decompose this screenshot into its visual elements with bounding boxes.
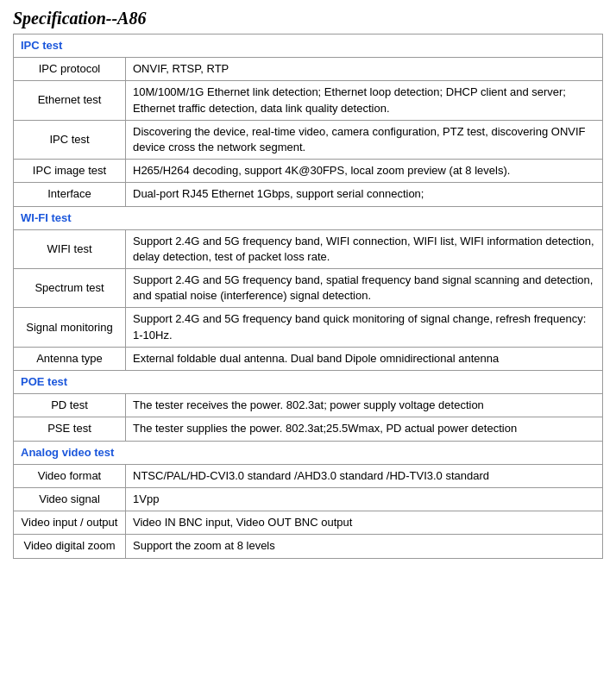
table-row: WIFI testSupport 2.4G and 5G frequency b…: [14, 229, 603, 268]
row-label: IPC protocol: [14, 58, 126, 81]
row-value: Support 2.4G and 5G frequency band, spat…: [126, 269, 603, 308]
table-row: Video input / outputVideo IN BNC input, …: [14, 511, 603, 535]
row-label: Video input / output: [14, 511, 126, 535]
section-title-3: Analog video test: [14, 441, 603, 464]
section-header-2: POE test: [14, 371, 603, 394]
table-row: IPC image testH265/H264 decoding, suppor…: [14, 160, 603, 183]
table-row: Ethernet test10M/100M/1G Ethernet link d…: [14, 81, 603, 120]
row-label: Ethernet test: [14, 81, 126, 120]
row-value: 10M/100M/1G Ethernet link detection; Eth…: [126, 81, 603, 120]
table-row: Video signal1Vpp: [14, 487, 603, 511]
row-label: Video format: [14, 464, 126, 487]
row-value: H265/H264 decoding, support 4K@30FPS, lo…: [126, 160, 603, 183]
row-value: 1Vpp: [126, 487, 603, 511]
table-row: Antenna typeExternal foldable dual anten…: [14, 347, 603, 370]
row-value: Dual-port RJ45 Ethernet 1Gbps, support s…: [126, 183, 603, 206]
section-title-2: POE test: [14, 371, 603, 394]
row-label: IPC image test: [14, 160, 126, 183]
row-value: NTSC/PAL/HD-CVI3.0 standard /AHD3.0 stan…: [126, 464, 603, 487]
table-row: PSE testThe tester supplies the power. 8…: [14, 417, 603, 441]
table-row: IPC protocolONVIF, RTSP, RTP: [14, 58, 603, 81]
row-label: WIFI test: [14, 229, 126, 268]
table-row: Signal monitoringSupport 2.4G and 5G fre…: [14, 308, 603, 347]
row-label: Video signal: [14, 487, 126, 511]
row-label: Video digital zoom: [14, 535, 126, 558]
row-label: Antenna type: [14, 347, 126, 370]
row-value: Video IN BNC input, Video OUT BNC output: [126, 511, 603, 535]
table-row: Video digital zoomSupport the zoom at 8 …: [14, 535, 603, 558]
section-header-1: WI-FI test: [14, 206, 603, 229]
row-label: Spectrum test: [14, 269, 126, 308]
section-header-3: Analog video test: [14, 441, 603, 464]
row-label: PD test: [14, 394, 126, 417]
table-row: InterfaceDual-port RJ45 Ethernet 1Gbps, …: [14, 183, 603, 206]
section-header-0: IPC test: [14, 34, 603, 58]
row-label: Signal monitoring: [14, 308, 126, 347]
row-value: Support 2.4G and 5G frequency band quick…: [126, 308, 603, 347]
row-value: The tester receives the power. 802.3at; …: [126, 394, 603, 417]
row-value: ONVIF, RTSP, RTP: [126, 58, 603, 81]
row-value: Discovering the device, real-time video,…: [126, 120, 603, 159]
section-title-0: IPC test: [14, 34, 603, 58]
page-title: Specification--A86: [13, 9, 603, 28]
table-row: Video formatNTSC/PAL/HD-CVI3.0 standard …: [14, 464, 603, 487]
row-value: External foldable dual antenna. Dual ban…: [126, 347, 603, 370]
section-title-1: WI-FI test: [14, 206, 603, 229]
row-label: PSE test: [14, 417, 126, 441]
row-value: Support 2.4G and 5G frequency band, WIFI…: [126, 229, 603, 268]
row-label: IPC test: [14, 120, 126, 159]
table-row: PD testThe tester receives the power. 80…: [14, 394, 603, 417]
table-row: IPC testDiscovering the device, real-tim…: [14, 120, 603, 159]
row-value: Support the zoom at 8 levels: [126, 535, 603, 558]
row-label: Interface: [14, 183, 126, 206]
table-row: Spectrum testSupport 2.4G and 5G frequen…: [14, 269, 603, 308]
row-value: The tester supplies the power. 802.3at;2…: [126, 417, 603, 441]
spec-table: IPC testIPC protocolONVIF, RTSP, RTPEthe…: [13, 34, 603, 559]
